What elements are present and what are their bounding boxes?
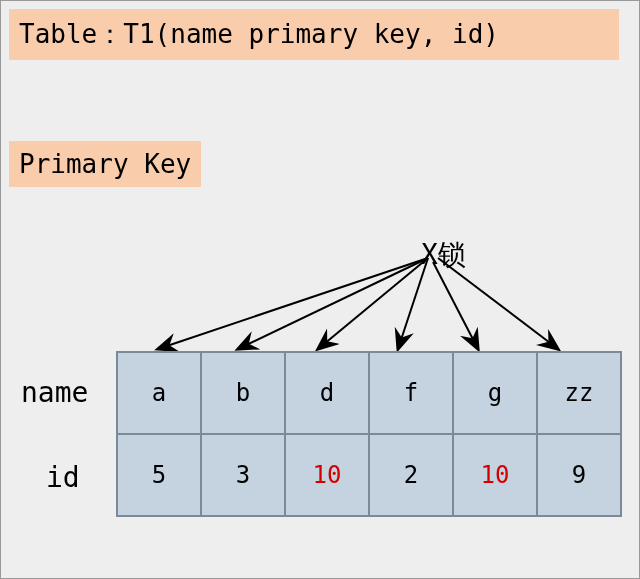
primary-key-table: a b d f g zz 5 3 10 2 10 9 — [116, 351, 622, 517]
table-definition-banner: Table：T1(name primary key, id) — [9, 9, 619, 60]
diagram-canvas: Table：T1(name primary key, id) Primary K… — [0, 0, 640, 579]
id-cell: 10 — [285, 434, 369, 516]
name-cell: d — [285, 352, 369, 434]
id-cell: 3 — [201, 434, 285, 516]
name-cell: f — [369, 352, 453, 434]
row-header-name: name — [21, 376, 88, 409]
name-cell: g — [453, 352, 537, 434]
svg-line-0 — [158, 258, 428, 349]
primary-key-banner: Primary Key — [9, 141, 201, 187]
svg-line-2 — [318, 258, 428, 349]
name-cell: a — [117, 352, 201, 434]
x-lock-label: X锁 — [421, 236, 466, 274]
row-header-id: id — [46, 461, 80, 494]
svg-line-1 — [238, 258, 428, 349]
id-cell: 9 — [537, 434, 621, 516]
id-cell: 10 — [453, 434, 537, 516]
id-cell: 5 — [117, 434, 201, 516]
table-row: a b d f g zz — [117, 352, 621, 434]
id-cell: 2 — [369, 434, 453, 516]
name-cell: zz — [537, 352, 621, 434]
svg-line-4 — [433, 262, 478, 349]
table-row: 5 3 10 2 10 9 — [117, 434, 621, 516]
name-cell: b — [201, 352, 285, 434]
